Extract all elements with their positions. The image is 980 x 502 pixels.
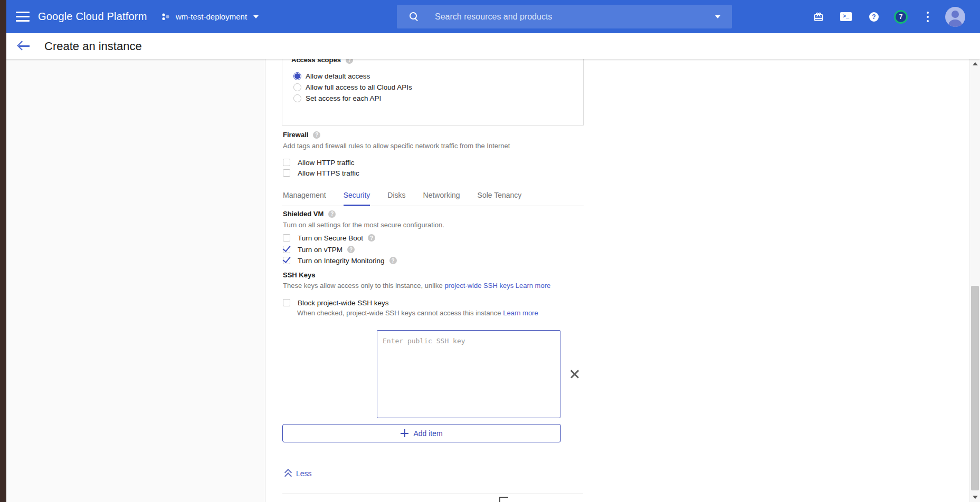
scroll-down-button[interactable] <box>970 493 980 502</box>
add-item-button[interactable]: Add item <box>282 424 561 442</box>
checkbox-label[interactable]: Allow HTTP traffic <box>298 159 355 167</box>
app-bar: Google Cloud Platform wm-test-deployment… <box>0 0 980 33</box>
tab-disks[interactable]: Disks <box>387 191 405 206</box>
page-title: Create an instance <box>44 33 142 59</box>
notification-badge: 7 <box>894 10 908 24</box>
ssh-keys-description: These keys allow access only to this ins… <box>283 282 550 289</box>
radio-label[interactable]: Allow full access to all Cloud APIs <box>306 83 412 91</box>
less-label: Less <box>296 469 312 478</box>
help-icon[interactable] <box>389 257 397 264</box>
checkbox-label[interactable]: Block project-wide SSH keys <box>298 299 389 307</box>
scroll-up-button[interactable] <box>970 59 980 69</box>
gift-icon <box>813 12 824 22</box>
screen-edge-strip <box>0 0 6 502</box>
learn-more-link[interactable]: Learn more <box>503 309 538 317</box>
shielded-vm-label: Shielded VM <box>283 210 324 218</box>
back-arrow-icon[interactable] <box>18 41 31 51</box>
radio-allow-default-access[interactable]: Allow default access <box>293 71 370 81</box>
arrow-down-icon <box>973 496 978 499</box>
search-placeholder[interactable]: Search resources and products <box>435 12 715 22</box>
block-ssh-note-text: When checked, project-wide SSH keys cann… <box>297 309 503 317</box>
tab-management[interactable]: Management <box>283 191 326 206</box>
help-button[interactable]: ? <box>868 0 880 33</box>
checkbox-icon[interactable] <box>283 159 290 166</box>
help-icon[interactable] <box>328 210 336 218</box>
product-logo[interactable]: Google Cloud Platform <box>38 0 147 33</box>
collapse-icon <box>284 469 291 478</box>
shielded-vm-description: Turn on all settings for the most secure… <box>283 221 444 229</box>
checkbox-icon[interactable] <box>283 234 290 242</box>
account-button[interactable] <box>945 0 965 33</box>
tab-security[interactable]: Security <box>344 191 370 206</box>
checkbox-integrity-monitoring[interactable]: Turn on Integrity Monitoring <box>283 256 397 265</box>
checkbox-icon[interactable] <box>283 246 290 253</box>
left-panel <box>6 33 265 502</box>
firewall-description: Add tags and firewall rules to allow spe… <box>283 142 510 150</box>
help-icon[interactable] <box>368 234 375 242</box>
notifications-button[interactable]: 7 <box>893 0 908 33</box>
cloud-shell-button[interactable]: >_ <box>839 0 853 33</box>
tab-networking[interactable]: Networking <box>423 191 460 206</box>
ssh-keys-description-text: These keys allow access only to this ins… <box>283 282 444 289</box>
checkbox-icon[interactable] <box>283 257 290 264</box>
radio-icon[interactable] <box>293 94 301 102</box>
checkbox-vtpm[interactable]: Turn on vTPM <box>283 245 355 254</box>
project-name[interactable]: wm-test-deployment <box>176 12 247 21</box>
radio-allow-full-access[interactable]: Allow full access to all Cloud APIs <box>293 82 412 92</box>
collapse-less-button[interactable]: Less <box>284 468 312 479</box>
firewall-label: Firewall <box>283 131 308 139</box>
checkbox-label[interactable]: Turn on Integrity Monitoring <box>298 257 385 265</box>
remove-ssh-key-button[interactable] <box>569 368 581 380</box>
checkbox-block-project-wide-ssh[interactable]: Block project-wide SSH keys <box>283 298 389 307</box>
shielded-vm-label-row: Shielded VM <box>283 210 336 218</box>
free-trial-gift-button[interactable] <box>812 0 825 33</box>
menu-icon[interactable] <box>16 12 30 22</box>
checkbox-allow-https[interactable]: Allow HTTPS traffic <box>283 169 359 177</box>
chevron-down-icon <box>253 15 259 18</box>
page-header: Create an instance <box>0 33 980 59</box>
checkbox-label[interactable]: Turn on vTPM <box>298 246 342 254</box>
project-selector[interactable]: wm-test-deployment <box>161 0 259 33</box>
checkbox-icon[interactable] <box>283 169 290 177</box>
radio-set-access-each-api[interactable]: Set access for each API <box>293 93 381 103</box>
ssh-key-input[interactable] <box>377 330 560 418</box>
checkbox-label[interactable]: Allow HTTPS traffic <box>298 169 359 177</box>
create-instance-form: Access scopes Allow default access Allow… <box>282 0 584 502</box>
settings-tabs: Management Security Disks Networking Sol… <box>282 187 584 206</box>
radio-label[interactable]: Set access for each API <box>306 94 381 102</box>
clipped-bottom-element <box>499 497 508 502</box>
radio-icon[interactable] <box>293 83 301 91</box>
ssh-keys-label: SSH Keys <box>283 271 315 279</box>
scrollbar-thumb[interactable] <box>971 286 979 490</box>
block-ssh-note: When checked, project-wide SSH keys cann… <box>297 309 538 317</box>
avatar <box>945 7 965 27</box>
help-icon[interactable] <box>313 131 320 139</box>
more-options-button[interactable] <box>924 0 932 33</box>
radio-label[interactable]: Allow default access <box>306 72 370 80</box>
project-icon <box>161 12 170 22</box>
checkbox-label[interactable]: Turn on Secure Boot <box>298 234 363 242</box>
checkbox-secure-boot[interactable]: Turn on Secure Boot <box>283 234 375 242</box>
vertical-scrollbar[interactable] <box>969 59 980 502</box>
arrow-up-icon <box>973 62 978 65</box>
question-icon: ? <box>869 12 879 22</box>
help-icon[interactable] <box>347 246 355 253</box>
firewall-label-row: Firewall <box>283 131 320 139</box>
add-item-label: Add item <box>413 429 442 438</box>
terminal-icon: >_ <box>840 12 852 21</box>
project-wide-ssh-keys-link[interactable]: project-wide SSH keys Learn more <box>444 282 550 289</box>
checkbox-allow-http[interactable]: Allow HTTP traffic <box>283 158 355 167</box>
tab-sole-tenancy[interactable]: Sole Tenancy <box>478 191 522 206</box>
radio-icon[interactable] <box>293 72 301 80</box>
section-divider <box>282 494 583 494</box>
search-bar[interactable]: Search resources and products <box>397 5 732 28</box>
plus-icon <box>401 429 408 437</box>
search-dropdown-icon[interactable] <box>715 15 720 18</box>
checkbox-icon[interactable] <box>283 299 290 306</box>
search-icon <box>410 12 419 22</box>
access-scopes-box: Access scopes Allow default access Allow… <box>282 50 584 126</box>
